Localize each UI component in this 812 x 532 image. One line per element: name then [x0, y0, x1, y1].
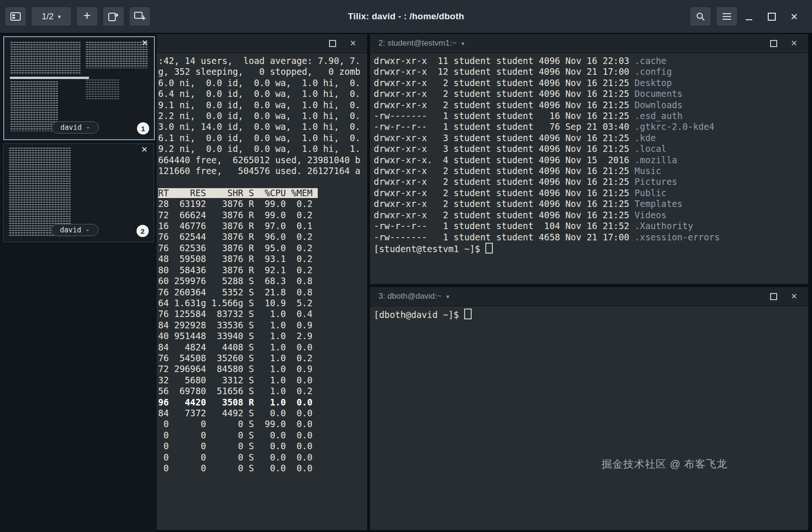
- process-row: 76 54508 35260 S 1.0 0.2: [158, 353, 367, 364]
- ls-listing: drwxr-xr-x 11 student student 4096 Nov 1…: [374, 56, 808, 243]
- session-preview-block: [10, 81, 58, 131]
- file-name: .cache: [635, 56, 667, 66]
- file-row: -rw------- 1 student student 16 Nov 16 2…: [374, 111, 808, 121]
- file-row: -rw-r--r-- 1 student student 76 Sep 21 0…: [374, 121, 808, 132]
- file-name: Public: [635, 188, 667, 198]
- pane-title-caret-icon[interactable]: ▾: [446, 293, 450, 300]
- process-row: 0 0 0 S 0.0 0.0: [158, 463, 367, 474]
- file-row: drwxr-xr-x 2 student student 4096 Nov 16…: [374, 176, 808, 187]
- session-number-badge: 2: [137, 225, 149, 237]
- pane-title-caret-icon[interactable]: ▾: [461, 40, 465, 47]
- process-row: 64 1.631g 1.566g S 10.9 5.2: [158, 298, 367, 309]
- file-name: Videos: [635, 210, 667, 220]
- close-session-icon[interactable]: ×: [142, 38, 148, 48]
- terminal-line: 9.1 ni, 0.0 id, 0.0 wa, 1.0 hi, 0.: [158, 100, 367, 111]
- terminal-line: 2.2 ni, 0.0 id, 0.0 wa, 1.0 hi, 0.: [158, 111, 367, 121]
- session-label: david -: [51, 121, 99, 134]
- file-row: drwxr-xr-x 3 student student 4096 Nov 16…: [374, 133, 808, 143]
- close-pane-icon: ×: [791, 291, 797, 302]
- process-row: 40 951448 33940 S 1.0 2.9: [158, 331, 367, 341]
- shell-prompt-line: [dboth@david ~]$: [374, 309, 808, 320]
- top-summary-lines: :42, 14 users, load average: 7.90, 7.g, …: [158, 56, 367, 188]
- process-row: 60 259976 5288 S 68.3 0.8: [158, 276, 367, 286]
- pane-titlebar-buttons: ×: [325, 36, 361, 50]
- minimize-icon: [746, 19, 752, 20]
- header-right-controls: ×: [685, 6, 812, 27]
- session-pager-label: 1/2: [42, 12, 54, 22]
- new-terminal-right-button[interactable]: [103, 7, 124, 26]
- process-row: 76 125584 83732 S 1.0 0.4: [158, 309, 367, 319]
- process-row: 0 0 0 S 0.0 0.0: [158, 441, 367, 452]
- process-row: 16 46776 3876 R 97.0 0.1: [158, 221, 367, 231]
- terminal-output-ls[interactable]: drwxr-xr-x 11 student student 4096 Nov 1…: [370, 53, 808, 254]
- process-row: 28 63192 3876 R 99.0 0.2: [158, 199, 367, 209]
- maximize-pane-button[interactable]: [766, 289, 781, 303]
- file-row: drwxr-xr-x 2 student student 4096 Nov 16…: [374, 88, 808, 99]
- close-session-icon[interactable]: ×: [141, 144, 147, 155]
- new-terminal-down-icon: [134, 12, 145, 21]
- file-row: drwxr-xr-x. 4 student student 4096 Nov 1…: [374, 155, 808, 166]
- maximize-button[interactable]: [760, 6, 783, 27]
- file-name: .config: [635, 67, 672, 77]
- file-row: drwxr-xr-x 2 student student 4096 Nov 16…: [374, 199, 808, 209]
- terminal-output-top[interactable]: :42, 14 users, load average: 7.90, 7.g, …: [157, 53, 367, 474]
- file-row: drwxr-xr-x 2 student student 4096 Nov 16…: [374, 188, 808, 199]
- process-row: 96 4420 3508 R 1.0 0.0: [158, 397, 367, 408]
- file-meta: drwxr-xr-x 3 student student 4096 Nov 16…: [374, 144, 635, 154]
- file-meta: drwxr-xr-x 11 student student 4096 Nov 1…: [374, 56, 635, 66]
- file-row: drwxr-xr-x 2 student student 4096 Nov 16…: [374, 166, 808, 176]
- maximize-pane-button[interactable]: [325, 36, 340, 50]
- minimize-button[interactable]: [738, 6, 760, 27]
- close-pane-button[interactable]: ×: [346, 36, 361, 50]
- file-row: -rw------- 1 student student 4658 Nov 21…: [374, 232, 808, 243]
- file-meta: -rw-r--r-- 1 student student 104 Nov 16 …: [374, 221, 635, 231]
- file-meta: drwxr-xr-x 3 student student 4096 Nov 16…: [374, 133, 635, 143]
- process-row: 0 0 0 S 0.0 0.0: [158, 430, 367, 441]
- terminal-line: 6.0 ni, 0.0 id, 0.0 wa, 1.0 hi, 0.: [158, 78, 367, 88]
- maximize-pane-button[interactable]: [766, 36, 781, 50]
- process-row: 72 66624 3876 R 99.0 0.2: [158, 210, 367, 221]
- process-row: 32 5680 3312 S 1.0 0.0: [158, 375, 367, 386]
- header-bar: 1/2 ▾ + Tilix: david - : /home/dboth: [0, 0, 812, 34]
- process-row: 76 62544 3876 R 96.0 0.2: [158, 231, 367, 242]
- file-meta: drwxr-xr-x 2 student student 4096 Nov 16…: [374, 188, 635, 198]
- search-button[interactable]: [690, 7, 711, 26]
- maximize-pane-icon: [329, 40, 336, 47]
- session-preview-block: [85, 79, 119, 99]
- file-name: Documents: [635, 89, 683, 99]
- add-session-button[interactable]: +: [76, 7, 98, 26]
- file-meta: drwxr-xr-x. 4 student student 4096 Nov 1…: [374, 155, 635, 165]
- menu-button[interactable]: [716, 7, 738, 26]
- terminal-line: :42, 14 users, load average: 7.90, 7.: [158, 56, 367, 66]
- maximize-icon: [768, 13, 776, 21]
- sidebar-toggle-button[interactable]: [5, 7, 26, 26]
- session-preview-highlight: [10, 77, 89, 79]
- terminal-line: 6.4 ni, 0.0 id, 0.0 wa, 1.0 hi, 0.: [158, 88, 367, 99]
- terminal-cursor: [485, 243, 493, 254]
- terminal-output-dboth[interactable]: [dboth@david ~]$: [370, 306, 808, 320]
- file-name: .esd_auth: [635, 111, 683, 121]
- pane-titlebar: ×: [157, 34, 367, 53]
- close-button[interactable]: ×: [783, 6, 805, 27]
- chevron-down-icon: ▾: [58, 13, 61, 20]
- process-row: 0 0 0 S 99.0 0.0: [158, 419, 367, 429]
- new-terminal-right-icon: [108, 12, 119, 21]
- session-thumbnail-2[interactable]: × david - 2: [3, 143, 154, 242]
- session-pager-button[interactable]: 1/2 ▾: [31, 7, 72, 26]
- process-row: 76 62536 3876 R 95.0 0.2: [158, 243, 367, 254]
- new-terminal-down-button[interactable]: [129, 7, 151, 26]
- terminal-line: 121660 free, 504576 used. 26127164 a: [158, 166, 367, 176]
- top-table-header: RT RES SHR S %CPU %MEM: [158, 188, 367, 199]
- plus-icon: +: [83, 9, 91, 22]
- close-pane-button[interactable]: ×: [787, 36, 802, 50]
- session-preview-block: [10, 42, 80, 75]
- close-pane-button[interactable]: ×: [787, 289, 802, 303]
- session-label: david -: [51, 224, 98, 236]
- terminal-line: g, 352 sleeping, 0 stopped, 0 zomb: [158, 66, 367, 77]
- close-pane-icon: ×: [350, 38, 356, 48]
- file-name: Downloads: [635, 100, 683, 110]
- process-row: 0 0 0 S 0.0 0.0: [158, 452, 367, 463]
- session-thumbnail-1[interactable]: × david - 1: [3, 36, 155, 140]
- file-name: .kde: [635, 133, 656, 143]
- maximize-pane-icon: [770, 40, 777, 47]
